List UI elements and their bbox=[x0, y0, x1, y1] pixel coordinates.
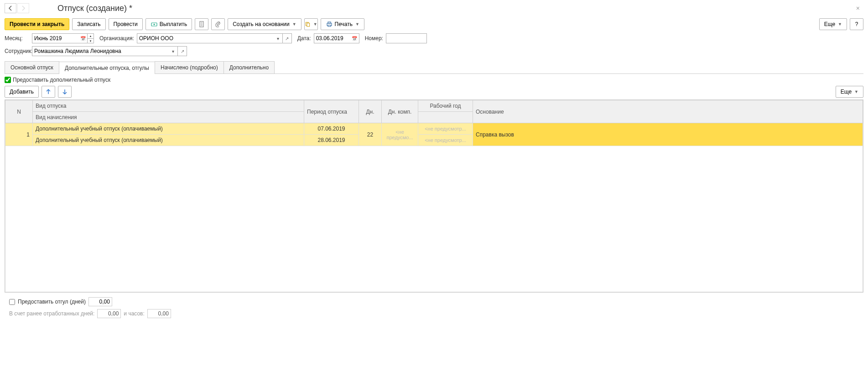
dropdown-icon[interactable]: ▾ bbox=[169, 46, 178, 56]
more-button[interactable]: Еще ▼ bbox=[819, 18, 847, 30]
help-button[interactable]: ? bbox=[850, 18, 863, 30]
grid-empty-space bbox=[5, 146, 863, 292]
compensatory-input[interactable] bbox=[88, 297, 112, 306]
employee-input-group: ▾ ↗ bbox=[32, 46, 187, 56]
tab-additional-leave[interactable]: Дополнительные отпуска, отгулы bbox=[59, 62, 155, 74]
month-input-group: 📅 ▲▼ bbox=[32, 33, 94, 43]
open-icon[interactable]: ↗ bbox=[178, 46, 187, 56]
col-days[interactable]: Дн. bbox=[359, 100, 382, 123]
table-row[interactable]: 1 Дополнительный учебный отпуск (оплачив… bbox=[5, 123, 863, 135]
number-input[interactable] bbox=[386, 33, 427, 43]
compensatory-row: Предоставить отгул (дней) bbox=[9, 297, 859, 306]
dropdown-icon[interactable]: ▾ bbox=[274, 33, 283, 43]
open-icon[interactable]: ↗ bbox=[283, 33, 292, 43]
tab-additional[interactable]: Дополнительно bbox=[223, 61, 275, 73]
col-accrual[interactable]: Вид начисления bbox=[33, 112, 304, 123]
prev-days-label: В счет ранее отработанных дней: bbox=[9, 310, 94, 317]
chevron-down-icon: ▼ bbox=[313, 22, 317, 26]
table-toolbar: Добавить Еще ▼ bbox=[5, 86, 863, 98]
cell-period-to[interactable]: 28.06.2019 bbox=[304, 135, 359, 146]
add-row-button[interactable]: Добавить bbox=[5, 86, 39, 98]
calendar-icon[interactable]: 📅 bbox=[78, 33, 88, 43]
form-row-1: Месяц: 📅 ▲▼ Организация: ▾ ↗ Дата: 📅 Ном… bbox=[0, 32, 868, 45]
col-year[interactable]: Рабочий год bbox=[418, 100, 473, 112]
org-input-group: ▾ ↗ bbox=[137, 33, 292, 43]
page-title: Отпуск (создание) * bbox=[57, 4, 132, 13]
number-label: Номер: bbox=[365, 35, 383, 42]
attachment-button[interactable] bbox=[211, 18, 225, 30]
post-button[interactable]: Провести bbox=[109, 18, 143, 30]
create-based-on-button[interactable]: Создать на основании ▼ bbox=[228, 18, 301, 30]
main-toolbar: Провести и закрыть Записать Провести Вып… bbox=[0, 16, 868, 32]
calendar-icon[interactable]: 📅 bbox=[350, 33, 359, 43]
cell-n: 1 bbox=[5, 123, 33, 146]
arrow-down-icon bbox=[61, 88, 68, 95]
form-row-2: Сотрудник: ▾ ↗ bbox=[0, 45, 868, 58]
month-input[interactable] bbox=[32, 33, 78, 43]
close-button[interactable]: × bbox=[852, 3, 863, 14]
document-button[interactable] bbox=[195, 18, 208, 30]
save-button[interactable]: Записать bbox=[72, 18, 105, 30]
print-button[interactable]: Печать ▼ bbox=[321, 18, 364, 30]
col-type[interactable]: Вид отпуска bbox=[33, 100, 304, 112]
previous-days-row: В счет ранее отработанных дней: и часов: bbox=[9, 309, 859, 318]
move-up-button[interactable] bbox=[42, 86, 55, 98]
paperclip-icon bbox=[214, 21, 222, 28]
pay-button[interactable]: Выплатить bbox=[146, 18, 192, 30]
month-spinner[interactable]: ▲▼ bbox=[88, 33, 94, 43]
tab-accrued-detail[interactable]: Начислено (подробно) bbox=[155, 61, 224, 73]
col-basis[interactable]: Основание bbox=[473, 100, 863, 123]
chevron-down-icon: ▼ bbox=[355, 22, 359, 26]
post-and-close-button[interactable]: Провести и закрыть bbox=[5, 18, 69, 30]
svg-rect-7 bbox=[307, 23, 310, 26]
col-period[interactable]: Период отпуска bbox=[304, 100, 359, 123]
cell-basis[interactable]: Справка вызов bbox=[473, 123, 863, 146]
compensatory-label: Предоставить отгул (дней) bbox=[18, 299, 86, 305]
hours-input bbox=[147, 309, 171, 318]
col-n[interactable]: N bbox=[5, 100, 33, 123]
money-icon bbox=[151, 21, 158, 28]
provide-extra-label: Предоставить дополнительный отпуск bbox=[13, 77, 110, 83]
month-label: Месяц: bbox=[5, 35, 29, 42]
arrow-left-icon bbox=[7, 5, 14, 12]
provide-extra-checkbox[interactable] bbox=[5, 77, 11, 83]
cell-period-from[interactable]: 07.06.2019 bbox=[304, 123, 359, 135]
copy-icon bbox=[305, 21, 311, 28]
move-down-button[interactable] bbox=[58, 86, 72, 98]
date-input-group: 📅 bbox=[314, 33, 359, 43]
employee-input[interactable] bbox=[32, 46, 169, 56]
compensatory-checkbox[interactable] bbox=[9, 299, 15, 305]
printer-icon bbox=[326, 21, 333, 28]
back-button[interactable] bbox=[5, 3, 16, 13]
prev-days-input bbox=[97, 309, 121, 318]
document-icon bbox=[198, 21, 205, 28]
forward-button[interactable] bbox=[17, 3, 29, 13]
org-input[interactable] bbox=[137, 33, 274, 43]
org-label: Организация: bbox=[99, 35, 134, 42]
employee-label: Сотрудник: bbox=[5, 48, 29, 54]
svg-rect-9 bbox=[328, 22, 331, 23]
chevron-down-icon: ▼ bbox=[292, 22, 296, 26]
arrow-right-icon bbox=[20, 5, 27, 12]
cell-type[interactable]: Дополнительный учебный отпуск (оплачивае… bbox=[33, 123, 304, 135]
page-header: Отпуск (создание) * × bbox=[0, 0, 868, 16]
cell-days[interactable]: 22 bbox=[359, 123, 382, 146]
chevron-down-icon: ▼ bbox=[838, 22, 842, 26]
col-comp[interactable]: Дн. комп. bbox=[382, 100, 418, 123]
cell-accrual[interactable]: Дополнительный учебный отпуск (оплачивае… bbox=[33, 135, 304, 146]
hours-label: и часов: bbox=[124, 310, 144, 317]
footer-rows: Предоставить отгул (дней) В счет ранее о… bbox=[9, 297, 859, 318]
misc-button[interactable]: ▼ bbox=[304, 18, 318, 30]
tabs: Основной отпуск Дополнительные отпуска, … bbox=[5, 61, 863, 74]
date-label: Дата: bbox=[297, 35, 311, 42]
tab-main-leave[interactable]: Основной отпуск bbox=[5, 61, 59, 73]
table-more-button[interactable]: Еще ▼ bbox=[836, 86, 863, 98]
tab-content: Предоставить дополнительный отпуск Добав… bbox=[5, 74, 863, 318]
svg-point-1 bbox=[153, 24, 155, 25]
svg-rect-10 bbox=[328, 25, 331, 26]
cell-year1: <не предусмотр... bbox=[418, 123, 473, 135]
leave-grid: N Вид отпуска Период отпуска Дн. Дн. ком… bbox=[5, 100, 863, 293]
date-input[interactable] bbox=[314, 33, 350, 43]
provide-extra-checkbox-row: Предоставить дополнительный отпуск bbox=[5, 77, 863, 83]
cell-comp: <не предусмо... bbox=[382, 123, 418, 146]
